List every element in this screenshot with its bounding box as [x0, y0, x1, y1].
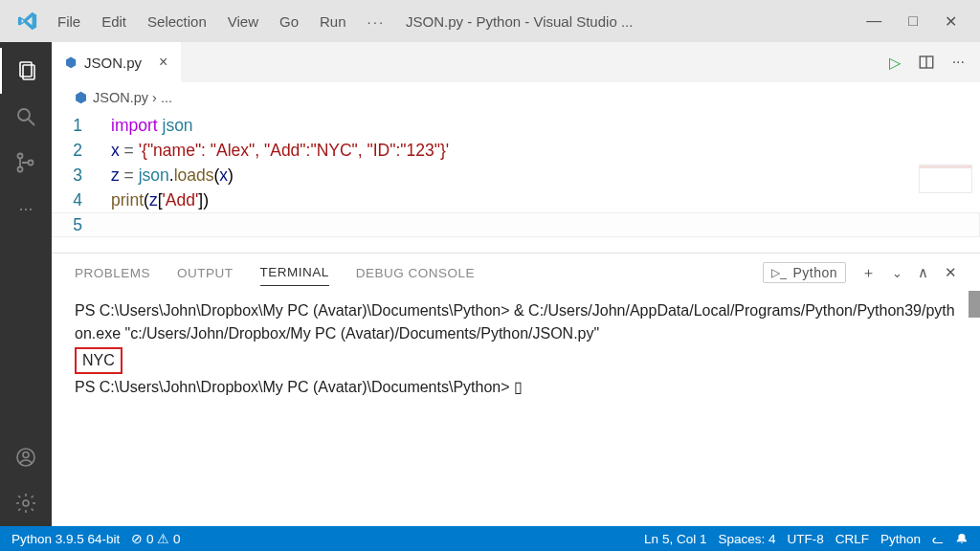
status-indent[interactable]: Spaces: 4: [718, 532, 775, 546]
account-icon[interactable]: [0, 434, 52, 480]
close-panel-icon[interactable]: ✕: [945, 264, 958, 281]
status-interpreter[interactable]: Python 3.9.5 64-bit: [11, 532, 120, 546]
maximize-panel-icon[interactable]: ∧: [918, 264, 929, 281]
svg-point-8: [23, 452, 29, 458]
editor-area[interactable]: 1import json 2x = '{"name": "Alex", "Add…: [52, 109, 980, 253]
svg-point-5: [18, 167, 23, 172]
terminal-shell-dropdown[interactable]: ▷_Python: [763, 262, 846, 283]
tab-close-icon[interactable]: ×: [159, 54, 167, 71]
split-terminal-icon[interactable]: ⌄: [892, 266, 903, 280]
python-file-icon: ⬢: [65, 55, 77, 70]
bell-icon[interactable]: 🔔︎: [955, 532, 969, 546]
menu-bar: File Edit Selection View Go Run: [57, 13, 346, 30]
status-bar: Python 3.9.5 64-bit ⊘ 0 ⚠ 0 Ln 5, Col 1 …: [0, 526, 980, 551]
window-title: JSON.py - Python - Visual Studio ...: [406, 13, 866, 30]
python-file-icon: ⬢: [75, 90, 87, 105]
split-editor-icon[interactable]: [918, 54, 935, 72]
status-encoding[interactable]: UTF-8: [787, 532, 823, 546]
feedback-icon[interactable]: ᓚ: [932, 531, 944, 546]
explorer-icon[interactable]: [0, 48, 52, 94]
line-number: 3: [52, 163, 111, 187]
editor-more-icon[interactable]: ···: [952, 54, 965, 72]
status-eol[interactable]: CRLF: [835, 532, 869, 546]
activity-bar: ···: [0, 42, 52, 526]
terminal-prompt: PS C:\Users\John\Dropbox\My PC (Avatar)\…: [75, 376, 957, 399]
run-button[interactable]: ▷: [889, 54, 901, 72]
more-icon[interactable]: ···: [0, 186, 52, 231]
bottom-panel: PROBLEMS OUTPUT TERMINAL DEBUG CONSOLE ▷…: [52, 253, 980, 526]
source-control-icon[interactable]: [0, 140, 52, 186]
tab-terminal[interactable]: TERMINAL: [260, 265, 329, 286]
status-cursor-pos[interactable]: Ln 5, Col 1: [644, 532, 706, 546]
line-number: 2: [52, 138, 111, 163]
search-icon[interactable]: [0, 94, 52, 140]
terminal-output[interactable]: PS C:\Users\John\Dropbox\My PC (Avatar)\…: [52, 292, 980, 405]
menu-run[interactable]: Run: [320, 13, 346, 30]
svg-line-3: [29, 120, 34, 125]
close-button[interactable]: ✕: [945, 12, 957, 31]
menu-edit[interactable]: Edit: [101, 13, 126, 30]
tab-bar: ⬢ JSON.py × ▷ ···: [52, 42, 980, 82]
new-terminal-icon[interactable]: ＋: [861, 264, 877, 282]
terminal-line: PS C:\Users\John\Dropbox\My PC (Avatar)\…: [75, 299, 957, 345]
scrollbar-marker[interactable]: [969, 291, 980, 318]
menu-overflow-icon[interactable]: ···: [368, 13, 386, 30]
menu-selection[interactable]: Selection: [147, 13, 207, 30]
settings-gear-icon[interactable]: [0, 480, 52, 526]
svg-point-6: [29, 161, 33, 165]
menu-view[interactable]: View: [228, 13, 258, 30]
menu-file[interactable]: File: [57, 13, 80, 30]
status-problems[interactable]: ⊘ 0 ⚠ 0: [131, 531, 180, 546]
svg-point-2: [18, 109, 30, 121]
menu-go[interactable]: Go: [279, 13, 299, 30]
line-number: 5: [52, 212, 111, 237]
tab-problems[interactable]: PROBLEMS: [75, 266, 150, 280]
maximize-button[interactable]: □: [908, 12, 918, 31]
svg-point-4: [18, 154, 23, 159]
tab-label: JSON.py: [84, 55, 142, 71]
breadcrumb[interactable]: ⬢JSON.py › ...: [52, 82, 980, 109]
tab-output[interactable]: OUTPUT: [177, 266, 234, 280]
svg-point-9: [23, 500, 29, 506]
minimize-button[interactable]: —: [866, 12, 881, 31]
tab-json-py[interactable]: ⬢ JSON.py ×: [52, 42, 181, 82]
status-language[interactable]: Python: [880, 532, 921, 546]
line-number: 4: [52, 187, 111, 212]
terminal-output-highlight: NYC: [75, 347, 122, 374]
line-number: 1: [52, 113, 111, 138]
title-bar: File Edit Selection View Go Run ··· JSON…: [0, 0, 980, 42]
vscode-logo: [17, 11, 38, 32]
tab-debug-console[interactable]: DEBUG CONSOLE: [356, 266, 475, 280]
